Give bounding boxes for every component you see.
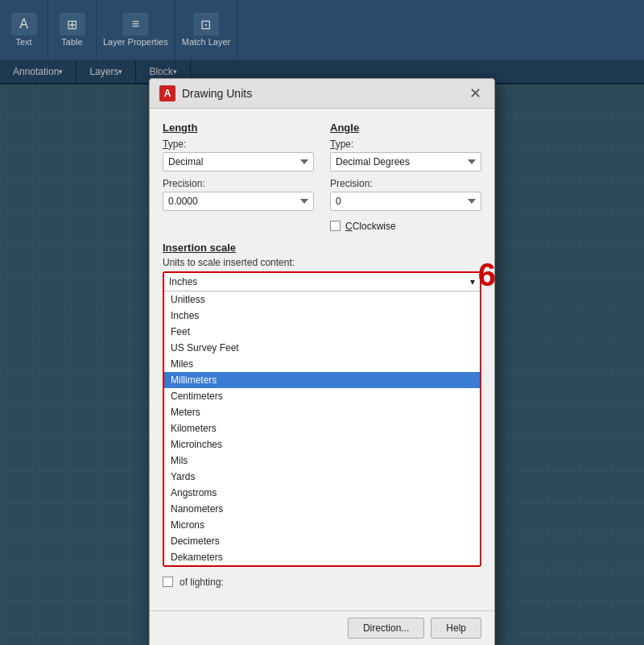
dropdown-arrow-icon: ▾ xyxy=(470,276,475,287)
dropdown-item[interactable]: Yards xyxy=(164,469,480,485)
angle-heading: Angle xyxy=(330,122,481,134)
toolbar-section-layer-properties[interactable]: ≡ Layer Properties xyxy=(97,0,175,60)
insertion-scale-section: Insertion scale Units to scale inserted … xyxy=(163,242,481,567)
callout-number: 6 xyxy=(478,258,496,291)
dropdown-item[interactable]: Microinches xyxy=(164,436,480,453)
ribbon-tab-annotation[interactable]: Annotation ▾ xyxy=(0,60,76,83)
dropdown-list[interactable]: UnitlessInchesFeetUS Survey FeetMilesMil… xyxy=(164,291,480,565)
angle-type-select[interactable]: Decimal Degrees Deg/Min/Sec Grads Radian… xyxy=(330,152,481,172)
ribbon-tab-layers[interactable]: Layers ▾ xyxy=(76,60,136,83)
drawing-units-dialog: A Drawing Units ✕ Length Type: Decima xyxy=(149,78,495,646)
length-type-select[interactable]: Decimal Architectural Engineering Fracti… xyxy=(163,152,314,172)
angle-precision-label: Precision: xyxy=(330,178,481,189)
dropdown-item[interactable]: Kilometers xyxy=(164,420,480,436)
angle-precision-select[interactable]: 0 0.0 0.00 xyxy=(330,192,481,211)
clockwise-checkbox[interactable] xyxy=(330,221,341,231)
dropdown-item[interactable]: Decimeters xyxy=(164,533,480,549)
dropdown-item[interactable]: Unitless xyxy=(164,291,480,308)
toolbar: A Text ⊞ Table ≡ Layer Properties ⊡ Matc… xyxy=(0,0,644,60)
layer-properties-label: Layer Properties xyxy=(103,37,168,47)
dropdown-item[interactable]: US Survey Feet xyxy=(164,340,480,356)
length-precision-label: Precision: xyxy=(163,178,314,189)
units-sublabel: Units to scale inserted content: xyxy=(163,257,481,268)
autocad-logo: A xyxy=(159,85,175,101)
dropdown-header[interactable]: Inches ▾ xyxy=(164,273,480,291)
clockwise-row: CClockwise xyxy=(330,221,481,232)
dialog-body: Length Type: Decimal Architectural Engin… xyxy=(150,109,494,610)
dropdown-item[interactable]: Feet xyxy=(164,324,480,340)
block-chevron: ▾ xyxy=(173,68,177,76)
dropdown-item[interactable]: Inches xyxy=(164,308,480,324)
length-type-label: Type: xyxy=(163,139,314,150)
dropdown-item[interactable]: Dekameters xyxy=(164,549,480,565)
table-icon: ⊞ xyxy=(60,13,85,35)
text-label: Text xyxy=(15,37,31,47)
annotation-chevron: ▾ xyxy=(59,68,63,76)
dropdown-selected-value: Inches xyxy=(169,276,197,287)
toolbar-section-table[interactable]: ⊞ Table xyxy=(48,0,97,60)
match-layer-label: Match Layer xyxy=(182,37,231,47)
layer-properties-icon: ≡ xyxy=(122,13,148,35)
dialog-title-left: A Drawing Units xyxy=(159,85,252,101)
length-heading: Length xyxy=(163,122,314,134)
dialog-close-button[interactable]: ✕ xyxy=(466,86,485,101)
clockwise-label: CClockwise xyxy=(345,221,396,232)
dialog-overlay: A Drawing Units ✕ Length Type: Decima xyxy=(0,85,644,645)
dialog-footer: Direction... Help xyxy=(150,610,494,646)
angle-type-label: Type: xyxy=(330,139,481,150)
toolbar-section-match-layer[interactable]: ⊡ Match Layer xyxy=(175,0,238,60)
length-angle-row: Length Type: Decimal Architectural Engin… xyxy=(163,122,481,232)
table-label: Table xyxy=(61,37,82,47)
insertion-scale-heading: Insertion scale xyxy=(163,242,481,254)
lighting-row: of lighting: xyxy=(163,577,481,588)
lighting-checkbox[interactable] xyxy=(163,577,173,587)
dropdown-item[interactable]: Mils xyxy=(164,453,480,469)
dropdown-item[interactable]: Nanometers xyxy=(164,501,480,517)
layers-chevron: ▾ xyxy=(118,68,122,76)
units-dropdown-wrapper: 6 Inches ▾ UnitlessInchesFeetUS Survey F… xyxy=(163,271,481,567)
dropdown-item[interactable]: Angstroms xyxy=(164,485,480,501)
toolbar-section-text[interactable]: A Text xyxy=(0,0,48,60)
lighting-label: of lighting: xyxy=(180,577,224,588)
dropdown-item[interactable]: Microns xyxy=(164,517,480,533)
match-layer-icon: ⊡ xyxy=(193,13,219,35)
dialog-title: Drawing Units xyxy=(182,87,252,100)
dropdown-item[interactable]: Miles xyxy=(164,356,480,372)
angle-section: Angle Type: Decimal Degrees Deg/Min/Sec … xyxy=(330,122,481,232)
length-precision-select[interactable]: 0.0000 0 0.0 0.00 0.000 xyxy=(163,192,314,211)
text-icon: A xyxy=(11,13,37,35)
length-section: Length Type: Decimal Architectural Engin… xyxy=(163,122,314,232)
dialog-titlebar: A Drawing Units ✕ xyxy=(150,79,494,109)
dropdown-item[interactable]: Millimeters xyxy=(164,372,480,388)
help-button[interactable]: Help xyxy=(431,618,481,639)
dropdown-item[interactable]: Meters xyxy=(164,404,480,420)
direction-button[interactable]: Direction... xyxy=(348,618,424,639)
dropdown-item[interactable]: Centimeters xyxy=(164,388,480,404)
